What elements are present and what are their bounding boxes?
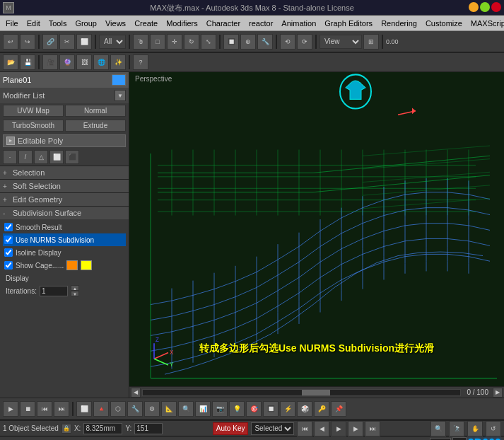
menu-tools[interactable]: Tools: [45, 18, 71, 28]
selection-header[interactable]: + Selection: [0, 166, 129, 179]
polygon-button[interactable]: ⬜: [49, 150, 64, 164]
zoom-extents-button[interactable]: 🔍: [430, 421, 446, 436]
spinner-snap-button[interactable]: 🔧: [257, 34, 273, 50]
material-editor-button[interactable]: 🔮: [59, 54, 75, 70]
viewport-scrollbar[interactable]: ◀ 0 / 100 ▶: [129, 386, 504, 398]
menu-group[interactable]: Group: [71, 18, 101, 28]
menu-edit[interactable]: Edit: [23, 18, 45, 28]
isoline-display-checkbox[interactable]: [4, 248, 13, 257]
help-button[interactable]: ?: [133, 54, 148, 70]
edge-button[interactable]: /: [18, 150, 33, 164]
use-nurms-row[interactable]: Use NURMS Subdivision: [3, 233, 126, 246]
render-button[interactable]: 🎥: [42, 54, 58, 70]
modifier-list-dropdown[interactable]: ▼: [115, 90, 126, 101]
effects-button[interactable]: ✨: [110, 54, 126, 70]
scroll-right-button[interactable]: ▶: [493, 388, 503, 398]
object-color-swatch[interactable]: [112, 74, 126, 86]
tool13-button[interactable]: ⚡: [280, 401, 295, 417]
vertex-button[interactable]: ·: [3, 150, 17, 164]
extrude-button[interactable]: Extrude: [65, 120, 126, 132]
bind-to-space-button[interactable]: ⬜: [76, 34, 92, 50]
soft-selection-header[interactable]: + Soft Selection: [0, 180, 129, 192]
prev-frame-button[interactable]: ⏮: [37, 401, 52, 417]
menu-character[interactable]: Character: [202, 18, 245, 28]
minimize-button[interactable]: [469, 2, 479, 12]
uvwmap-button[interactable]: UVW Map: [3, 105, 64, 117]
rotate-button[interactable]: ↻: [184, 34, 199, 50]
menu-modifiers[interactable]: Modifiers: [162, 18, 202, 28]
menu-maxscript[interactable]: MAXScript: [467, 18, 504, 28]
use-nurms-checkbox[interactable]: [4, 236, 13, 244]
menu-file[interactable]: File: [1, 18, 23, 28]
select-region-button[interactable]: □: [150, 34, 165, 50]
frame-select[interactable]: [452, 437, 467, 441]
y-input[interactable]: [134, 423, 163, 434]
arc-rotate-button[interactable]: ↺: [486, 421, 501, 436]
tool11-button[interactable]: 🎯: [246, 401, 262, 417]
edit-geometry-header[interactable]: + Edit Geometry: [0, 193, 129, 206]
view-select[interactable]: View: [320, 35, 362, 49]
tool9-button[interactable]: 📷: [212, 401, 228, 417]
subdivision-surface-header[interactable]: - Subdivision Surface: [0, 207, 129, 219]
x-input[interactable]: [83, 423, 122, 434]
viewport[interactable]: Perspective: [129, 72, 504, 398]
tool7-button[interactable]: 🔍: [178, 401, 194, 417]
menu-reactor[interactable]: reactor: [245, 18, 277, 28]
play-button[interactable]: ▶: [3, 401, 18, 417]
scroll-thumb[interactable]: [302, 390, 330, 395]
next-frame-button[interactable]: ⏭: [54, 401, 69, 417]
tool6-button[interactable]: 📐: [161, 401, 177, 417]
menu-graph-editors[interactable]: Graph Editors: [320, 18, 377, 28]
select-link-button[interactable]: 🔗: [42, 34, 58, 50]
tool15-button[interactable]: 🔑: [314, 401, 329, 417]
undo-scene-button[interactable]: ⟲: [280, 34, 295, 50]
angle-snap-button[interactable]: ⊕: [240, 34, 256, 50]
frame-input[interactable]: [430, 438, 451, 441]
scale-button[interactable]: ⤡: [201, 34, 216, 50]
select-object-button[interactable]: 🖱: [133, 34, 148, 50]
undo-button[interactable]: ↩: [3, 34, 18, 50]
normal-button[interactable]: Normal: [65, 105, 126, 117]
scroll-track[interactable]: [142, 389, 461, 396]
open-button[interactable]: 📂: [3, 54, 18, 70]
close-button[interactable]: [491, 2, 501, 12]
next-frame-status-button[interactable]: ▶: [348, 421, 363, 436]
autokey-button[interactable]: Auto Key: [213, 422, 249, 435]
selected-select[interactable]: Selected: [251, 422, 294, 435]
maximize-button[interactable]: [480, 2, 490, 12]
menu-animation[interactable]: Animation: [277, 18, 320, 28]
next-key-status-button[interactable]: ⏭: [365, 421, 380, 436]
border-button[interactable]: △: [34, 150, 48, 164]
tool1-button[interactable]: ⬜: [76, 401, 92, 417]
editable-poly-row[interactable]: ▸ Editable Poly: [3, 134, 126, 147]
tool16-button[interactable]: 📌: [331, 401, 346, 417]
tool14-button[interactable]: 🎲: [297, 401, 312, 417]
menu-views[interactable]: Views: [101, 18, 130, 28]
pan-button[interactable]: ✋: [467, 421, 483, 436]
tool2-button[interactable]: 🔺: [93, 401, 109, 417]
tool12-button[interactable]: 🔲: [263, 401, 279, 417]
turbosmooth-button[interactable]: TurboSmooth: [3, 120, 64, 132]
cage-color-swatch2[interactable]: [81, 260, 92, 270]
redo-scene-button[interactable]: ⟳: [297, 34, 312, 50]
element-button[interactable]: ⬛: [65, 150, 79, 164]
tool3-button[interactable]: ⬡: [110, 401, 126, 417]
tool4-button[interactable]: 🔧: [127, 401, 143, 417]
snap-toggle-button[interactable]: 🔲: [223, 34, 239, 50]
redo-button[interactable]: ↪: [20, 34, 35, 50]
prev-key-button[interactable]: ⏮: [297, 421, 312, 436]
lock-icon[interactable]: 🔒: [61, 424, 71, 434]
prev-frame-status-button[interactable]: ◀: [314, 421, 329, 436]
zoom-all-button[interactable]: 🔭: [449, 421, 464, 436]
menu-rendering[interactable]: Rendering: [377, 18, 421, 28]
smooth-result-checkbox[interactable]: [4, 223, 13, 231]
viewport-config-button[interactable]: ⊞: [363, 34, 379, 50]
environment-button[interactable]: 🌐: [93, 54, 109, 70]
unlink-button[interactable]: ✂: [59, 34, 75, 50]
stop-button[interactable]: ⏹: [20, 401, 35, 417]
menu-customize[interactable]: Customize: [421, 18, 467, 28]
selection-filter-select[interactable]: All: [99, 35, 126, 49]
iterations-input[interactable]: [40, 286, 68, 296]
show-cage-checkbox[interactable]: [4, 261, 13, 270]
iterations-up-arrow[interactable]: ▲: [71, 285, 79, 291]
